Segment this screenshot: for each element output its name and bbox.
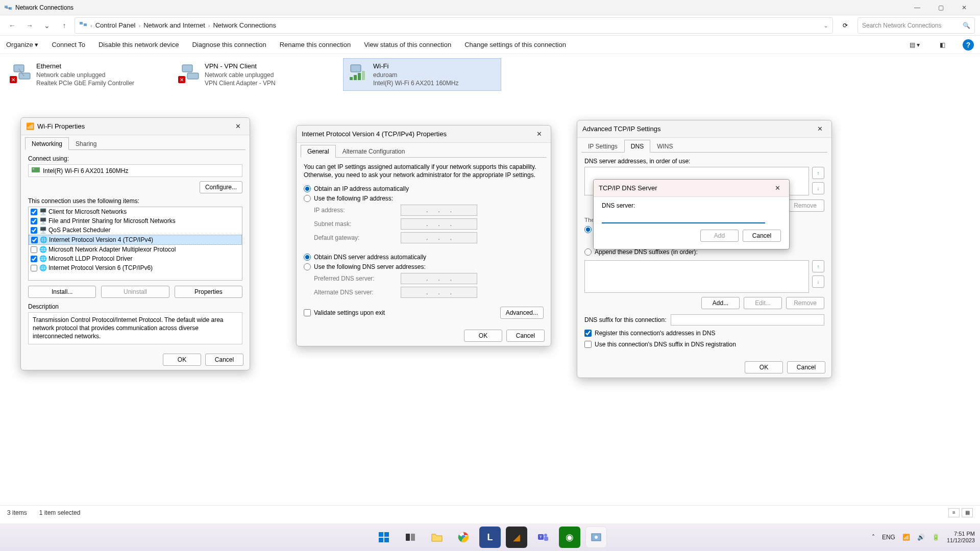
item-checkbox[interactable]: [31, 256, 37, 262]
teams-icon[interactable]: T: [532, 527, 554, 548]
breadcrumb-item[interactable]: Network Connections: [213, 21, 276, 29]
suffix-move-up-button[interactable]: ↑: [812, 260, 824, 272]
suffix-add-button[interactable]: Add...: [701, 297, 740, 309]
svg-rect-12: [362, 71, 365, 80]
item-checkbox[interactable]: [31, 209, 37, 215]
uninstall-button[interactable]: Uninstall: [101, 286, 169, 298]
item-checkbox[interactable]: [31, 227, 37, 234]
install-button[interactable]: Install...: [28, 286, 96, 298]
tab-dns[interactable]: DNS: [624, 140, 650, 153]
use-suffix-checkbox[interactable]: [584, 341, 592, 348]
validate-checkbox[interactable]: [304, 309, 311, 316]
help-icon[interactable]: ?: [963, 39, 974, 51]
clock[interactable]: 7:51 PM 11/12/2023: [947, 531, 975, 544]
register-checkbox[interactable]: [584, 330, 592, 337]
protocol-items-list[interactable]: 🖥️Client for Microsoft Networks 🖥️File a…: [28, 207, 242, 281]
item-checkbox[interactable]: [31, 218, 37, 224]
maximize-button[interactable]: ▢: [929, 0, 952, 15]
connection-suffix-label: DNS suffix for this connection:: [584, 316, 667, 323]
connection-vpn[interactable]: ✕ VPN - VPN Client Network cable unplugg…: [175, 58, 333, 91]
cancel-button[interactable]: Cancel: [205, 354, 243, 366]
language-indicator[interactable]: ENG: [882, 534, 895, 541]
search-input[interactable]: Search Network Connections 🔍: [857, 17, 975, 34]
obtain-dns-radio[interactable]: [304, 254, 311, 261]
append-primary-radio[interactable]: [584, 226, 592, 233]
start-button[interactable]: [373, 527, 395, 548]
disable-device-button[interactable]: Disable this network device: [99, 41, 179, 48]
close-icon[interactable]: ✕: [771, 182, 784, 195]
close-icon[interactable]: ✕: [813, 122, 826, 136]
connection-wifi[interactable]: Wi-Fi eduroam Intel(R) Wi-Fi 6 AX201 160…: [343, 58, 501, 91]
advanced-button[interactable]: Advanced...: [500, 307, 544, 319]
dns-remove-button[interactable]: Remove: [786, 199, 824, 212]
svg-rect-10: [354, 75, 357, 80]
change-settings-button[interactable]: Change settings of this connection: [464, 41, 566, 48]
control-panel-icon[interactable]: [585, 527, 607, 548]
add-button[interactable]: Add: [700, 230, 739, 242]
tiles-view-button[interactable]: ▦: [962, 508, 973, 517]
use-dns-radio[interactable]: [304, 263, 311, 270]
cancel-button[interactable]: Cancel: [506, 330, 545, 342]
move-down-button[interactable]: ↓: [812, 182, 824, 194]
tray-chevron-icon[interactable]: ˄: [872, 534, 875, 541]
view-status-button[interactable]: View status of this connection: [364, 41, 451, 48]
preview-pane-button[interactable]: ◧: [935, 38, 949, 52]
app-dark-icon[interactable]: ◢: [506, 527, 527, 548]
diagnose-button[interactable]: Diagnose this connection: [192, 41, 266, 48]
close-icon[interactable]: ✕: [532, 128, 546, 141]
tab-networking[interactable]: Networking: [25, 137, 69, 150]
close-button[interactable]: ✕: [952, 0, 976, 15]
file-explorer-icon[interactable]: [426, 527, 448, 548]
connection-ethernet[interactable]: ✕ Ethernet Network cable unplugged Realt…: [6, 58, 164, 91]
breadcrumb-item[interactable]: Control Panel: [95, 21, 136, 29]
address-bar[interactable]: › Control Panel › Network and Internet ›…: [75, 17, 833, 34]
volume-tray-icon[interactable]: 🔊: [917, 534, 925, 541]
details-view-button[interactable]: ≡: [948, 508, 960, 517]
xbox-icon[interactable]: ◉: [559, 527, 580, 548]
obtain-ip-radio[interactable]: [304, 185, 311, 192]
forward-button[interactable]: →: [22, 18, 37, 33]
wifi-tray-icon[interactable]: 📶: [902, 534, 910, 541]
item-checkbox[interactable]: [31, 237, 38, 243]
back-button[interactable]: ←: [5, 18, 19, 33]
configure-button[interactable]: Configure...: [200, 181, 242, 193]
rename-button[interactable]: Rename this connection: [280, 41, 351, 48]
move-up-button[interactable]: ↑: [812, 167, 824, 179]
chrome-icon[interactable]: [453, 527, 474, 548]
suffix-remove-button[interactable]: Remove: [786, 297, 824, 309]
append-these-radio[interactable]: [584, 248, 592, 256]
up-button[interactable]: ↑: [57, 18, 71, 33]
suffix-move-down-button[interactable]: ↓: [812, 276, 824, 288]
address-dropdown-icon[interactable]: ⌄: [823, 22, 828, 29]
connect-to-button[interactable]: Connect To: [52, 41, 85, 48]
breadcrumb-item[interactable]: Network and Internet: [143, 21, 205, 29]
use-ip-radio[interactable]: [304, 195, 311, 202]
ok-button[interactable]: OK: [745, 361, 783, 373]
task-view-button[interactable]: [400, 527, 421, 548]
battery-tray-icon[interactable]: 🔋: [932, 534, 940, 541]
tab-sharing[interactable]: Sharing: [69, 137, 103, 150]
organize-menu[interactable]: Organize ▾: [6, 41, 38, 48]
cancel-button[interactable]: Cancel: [787, 361, 825, 373]
connection-suffix-input[interactable]: [671, 314, 824, 325]
tab-general[interactable]: General: [301, 145, 336, 158]
tab-alternate[interactable]: Alternate Configuration: [336, 145, 412, 158]
dns-server-input[interactable]: [602, 211, 765, 223]
recent-dropdown[interactable]: ⌄: [40, 18, 54, 33]
item-checkbox[interactable]: [31, 246, 37, 253]
view-options-button[interactable]: ▤ ▾: [908, 38, 922, 52]
tab-ip-settings[interactable]: IP Settings: [581, 140, 624, 153]
protocol-icon: 🌐: [40, 236, 47, 243]
ok-button[interactable]: OK: [163, 354, 201, 366]
item-checkbox[interactable]: [31, 265, 37, 271]
dns-suffixes-list[interactable]: [584, 260, 809, 293]
minimize-button[interactable]: —: [905, 0, 929, 15]
tab-wins[interactable]: WINS: [650, 140, 679, 153]
refresh-button[interactable]: ⟳: [836, 17, 854, 34]
properties-button[interactable]: Properties: [175, 286, 242, 298]
app-l-icon[interactable]: L: [479, 527, 501, 548]
suffix-edit-button[interactable]: Edit...: [744, 297, 782, 309]
ok-button[interactable]: OK: [464, 330, 502, 342]
cancel-button[interactable]: Cancel: [743, 230, 781, 242]
close-icon[interactable]: ✕: [231, 120, 244, 133]
